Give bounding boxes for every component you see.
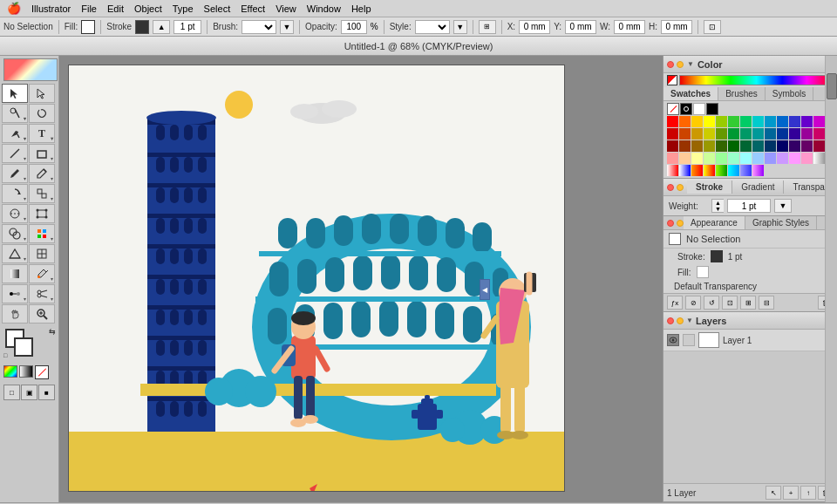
swatch-cell[interactable] <box>752 116 764 127</box>
gradient-tool[interactable] <box>2 264 28 283</box>
swatch-cell[interactable] <box>801 140 813 152</box>
magic-wand-tool[interactable]: ▾ ▾ <box>2 104 28 123</box>
weight-spin-up[interactable]: ▲ ▼ <box>711 199 724 213</box>
app-fill-swatch[interactable] <box>697 266 709 278</box>
swatch-cell[interactable] <box>691 128 703 140</box>
app-add-effect-btn[interactable]: ƒx <box>667 296 683 310</box>
swatch-black[interactable] <box>706 103 718 115</box>
swatch-cell[interactable] <box>752 128 764 140</box>
default-colors[interactable]: □ <box>3 352 7 358</box>
swatch-white[interactable] <box>693 103 705 115</box>
layer-name[interactable]: Layer 1 <box>723 336 821 345</box>
scrollbar-thumb[interactable] <box>827 73 837 99</box>
menu-select[interactable]: Select <box>204 3 231 14</box>
stroke-panel-close[interactable] <box>667 184 674 191</box>
tab-graphic-styles[interactable]: Graphic Styles <box>745 216 817 229</box>
swatch-cell[interactable] <box>813 140 825 152</box>
lasso-tool[interactable] <box>29 104 55 123</box>
swatch-cell[interactable] <box>716 165 727 176</box>
h-input[interactable] <box>661 20 692 34</box>
swatch-cell[interactable] <box>704 128 715 140</box>
swatch-cell[interactable] <box>765 140 776 152</box>
swatch-cell[interactable] <box>801 128 813 140</box>
eyedropper-tool[interactable]: ▾ <box>29 264 55 283</box>
menu-illustrator[interactable]: Illustrator <box>31 3 71 14</box>
layers-panel-minimize[interactable] <box>677 317 684 324</box>
swatch-cell[interactable] <box>777 128 788 140</box>
w-input[interactable] <box>614 20 645 34</box>
fill-swatch[interactable] <box>81 20 95 34</box>
appearance-panel-minimize[interactable] <box>677 220 684 227</box>
tab-swatches[interactable]: Swatches <box>663 87 718 100</box>
panel-collapse-tab[interactable]: ◀ <box>480 279 490 300</box>
x-input[interactable] <box>519 20 550 34</box>
gradient-btn[interactable] <box>19 365 33 378</box>
swatch-cell[interactable] <box>691 140 703 152</box>
none-btn[interactable] <box>35 365 49 379</box>
swatch-cell[interactable] <box>704 140 715 152</box>
color-spectrum-bar[interactable] <box>679 75 834 85</box>
screen-mode-1[interactable]: □ <box>3 385 20 400</box>
swatch-cell[interactable] <box>667 116 678 127</box>
pencil-tool[interactable]: ▾ <box>29 164 55 183</box>
panel-minimize[interactable] <box>677 61 684 68</box>
zoom-tool[interactable] <box>29 304 55 324</box>
menu-effect[interactable]: Effect <box>241 3 265 14</box>
appearance-panel-close[interactable] <box>667 220 674 227</box>
brush-options[interactable]: ▼ <box>280 20 294 34</box>
menu-edit[interactable]: Edit <box>107 3 124 14</box>
screen-mode-3[interactable]: ■ <box>38 385 55 400</box>
solid-color-btn[interactable] <box>3 365 17 378</box>
screen-mode-2[interactable]: ▣ <box>21 385 37 400</box>
swatch-cell[interactable] <box>716 153 727 164</box>
swatch-cell[interactable] <box>716 116 727 127</box>
y-input[interactable] <box>565 20 596 34</box>
right-scrollbar[interactable] <box>825 56 837 502</box>
swatch-cell[interactable] <box>789 140 800 152</box>
swap-colors[interactable]: ⇆ <box>49 327 56 336</box>
scale-tool[interactable]: ▾ <box>29 184 55 203</box>
tab-symbols[interactable]: Symbols <box>766 87 813 100</box>
swatch-cell[interactable] <box>752 165 764 176</box>
swatch-cell[interactable] <box>667 153 678 164</box>
swatch-cell[interactable] <box>728 153 739 164</box>
app-clear-btn[interactable]: ⊘ <box>685 296 701 310</box>
paintbrush-tool[interactable]: ▾ <box>2 164 28 183</box>
tab-appearance[interactable]: Appearance <box>684 216 745 229</box>
style-select[interactable] <box>415 20 450 34</box>
live-paint-tool[interactable]: ▾ <box>29 224 55 243</box>
swatch-cell[interactable] <box>752 153 764 164</box>
swatch-cell[interactable] <box>777 140 788 152</box>
swatch-cell[interactable] <box>679 140 691 152</box>
style-options[interactable]: ▼ <box>453 20 467 34</box>
rotate-tool[interactable]: ▾ <box>2 184 28 203</box>
swatch-cell[interactable] <box>667 165 678 176</box>
swatch-cell[interactable] <box>813 128 825 140</box>
swatch-cell[interactable] <box>740 140 752 152</box>
swatch-cell[interactable] <box>704 153 715 164</box>
swatch-cell[interactable] <box>728 140 739 152</box>
line-tool[interactable]: ▾ <box>2 144 28 163</box>
tab-brushes[interactable]: Brushes <box>718 87 766 100</box>
stroke-tab-gradient[interactable]: Gradient <box>732 180 784 194</box>
document-canvas[interactable] <box>68 65 565 492</box>
swatch-cell[interactable] <box>667 140 678 152</box>
perspective-tool[interactable]: ▾ <box>2 244 28 263</box>
swatch-cell[interactable] <box>789 153 800 164</box>
layer-lock[interactable] <box>683 334 695 346</box>
layer-visibility[interactable] <box>667 334 679 346</box>
swatch-cell[interactable] <box>765 116 776 127</box>
app-options-btn[interactable]: ⊟ <box>759 296 774 310</box>
stroke-box[interactable] <box>14 337 33 357</box>
app-copy-btn[interactable]: ⊡ <box>722 296 738 310</box>
panel-close[interactable] <box>667 61 674 68</box>
stroke-panel-minimize[interactable] <box>677 184 684 191</box>
swatch-cell[interactable] <box>813 153 825 164</box>
rectangle-tool[interactable]: ▾ <box>29 144 55 163</box>
pen-tool[interactable]: ▾ ▾ <box>2 124 28 143</box>
shape-builder-tool[interactable]: ▾ <box>2 224 28 243</box>
swatch-cell[interactable] <box>679 165 691 176</box>
menu-view[interactable]: View <box>276 3 296 14</box>
app-paste-btn[interactable]: ⊞ <box>740 296 756 310</box>
mesh-tool[interactable] <box>29 244 55 263</box>
